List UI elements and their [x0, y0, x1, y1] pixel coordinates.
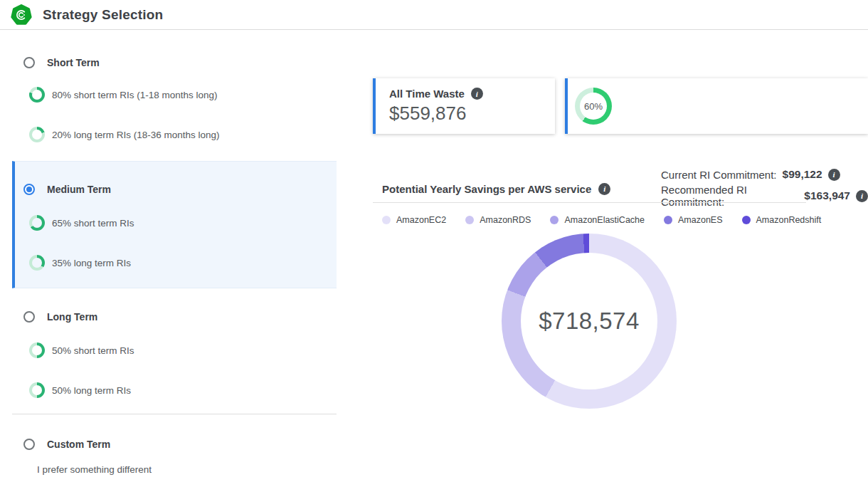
current-ri-commitment-line: Current RI Commitment: $99,122 i: [661, 167, 840, 182]
all-time-waste-card: All Time Waste i $559,876: [373, 78, 555, 134]
legend-dot-icon: [382, 216, 391, 224]
donut-chart[interactable]: $718,574: [502, 234, 677, 409]
current-ri-commitment-label: Current RI Commitment:: [661, 169, 777, 181]
info-icon[interactable]: i: [856, 190, 868, 202]
legend-dot-icon: [742, 216, 751, 224]
allocation-row: 50% long term RIs: [29, 382, 131, 398]
legend-item-amazonrds[interactable]: AmazonRDS: [465, 215, 531, 225]
radio-long-term[interactable]: [23, 311, 35, 323]
donut-hole: $718,574: [521, 253, 657, 389]
option-label: Long Term: [47, 311, 97, 323]
all-time-waste-label: All Time Waste: [389, 88, 465, 100]
recommended-ri-commitment-label: Recommended RI Commitment:: [661, 184, 798, 208]
allocation-row: 80% short term RIs (1-18 months long): [29, 87, 218, 103]
allocation-label: 50% short term RIs: [52, 345, 134, 356]
legend-item-amazonelasticache[interactable]: AmazonElastiCache: [550, 215, 645, 225]
option-long-term[interactable]: Long Term: [23, 310, 97, 323]
strategy-selection-page: Strategy Selection Short Term 80% short …: [0, 0, 868, 492]
chart-header: Potential Yearly Savings per AWS service…: [382, 182, 610, 196]
recommended-ri-commitment-value: $163,947: [804, 189, 850, 202]
allocation-ring-icon: [29, 255, 45, 271]
legend-item-amazonredshift[interactable]: AmazonRedshift: [742, 215, 822, 225]
info-icon[interactable]: i: [471, 88, 483, 100]
allocation-ring-icon: [29, 382, 45, 398]
radio-custom-term[interactable]: [23, 439, 35, 450]
allocation-label: 20% long term RIs (18-36 months long): [52, 130, 220, 140]
allocation-row: 65% short term RIs: [29, 215, 134, 231]
option-label: Custom Term: [47, 439, 110, 450]
legend-dot-icon: [664, 216, 672, 224]
option-medium-term[interactable]: Medium Term: [23, 183, 111, 196]
custom-term-description: I prefer something different: [37, 464, 152, 476]
current-ri-commitment-value: $99,122: [783, 168, 822, 181]
allocation-label: 65% short term RIs: [52, 218, 134, 229]
radio-medium-term[interactable]: [23, 184, 35, 195]
option-custom-term[interactable]: Custom Term: [23, 438, 110, 451]
legend-dot-icon: [550, 216, 559, 224]
option-short-term[interactable]: Short Term: [23, 56, 100, 69]
allocation-label: 35% long term RIs: [52, 258, 131, 268]
option-label: Short Term: [47, 57, 100, 68]
cloudcheckr-logo-icon: [11, 4, 32, 26]
allocation-ring-icon: [29, 127, 45, 142]
allocation-row: 50% short term RIs: [29, 342, 134, 358]
commitment-ring-icon: 60%: [575, 88, 612, 125]
page-title: Strategy Selection: [43, 0, 163, 29]
allocation-ring-icon: [29, 215, 45, 231]
legend-item-amazones[interactable]: AmazonES: [664, 215, 723, 225]
allocation-ring-icon: [29, 342, 45, 358]
allocation-ring-icon: [29, 87, 45, 103]
donut-center-total: $718,574: [539, 308, 640, 335]
info-icon[interactable]: i: [828, 169, 840, 181]
allocation-label: 50% long term RIs: [52, 385, 131, 396]
ri-commitment-card: 60% Current RI Commitment: $99,122 i Rec…: [565, 78, 868, 134]
allocation-row: 20% long term RIs (18-36 months long): [29, 127, 220, 142]
info-icon[interactable]: i: [598, 183, 610, 195]
chart-divider: [373, 202, 806, 203]
chart-legend: AmazonEC2 AmazonRDS AmazonElastiCache Am…: [382, 215, 821, 225]
all-time-waste-value: $559,876: [389, 103, 545, 125]
allocation-row: 35% long term RIs: [29, 255, 131, 271]
option-label: Medium Term: [47, 184, 111, 195]
page-header: Strategy Selection: [0, 0, 868, 30]
allocation-label: 80% short term RIs (1-18 months long): [52, 90, 218, 100]
commitment-ring-percent: 60%: [584, 101, 603, 112]
panel-divider: [12, 414, 337, 414]
legend-item-amazonec2[interactable]: AmazonEC2: [382, 215, 446, 225]
legend-dot-icon: [465, 216, 474, 224]
recommended-ri-commitment-line: Recommended RI Commitment: $163,947 i: [661, 189, 868, 203]
radio-short-term[interactable]: [23, 57, 35, 68]
chart-title: Potential Yearly Savings per AWS service: [382, 183, 591, 195]
